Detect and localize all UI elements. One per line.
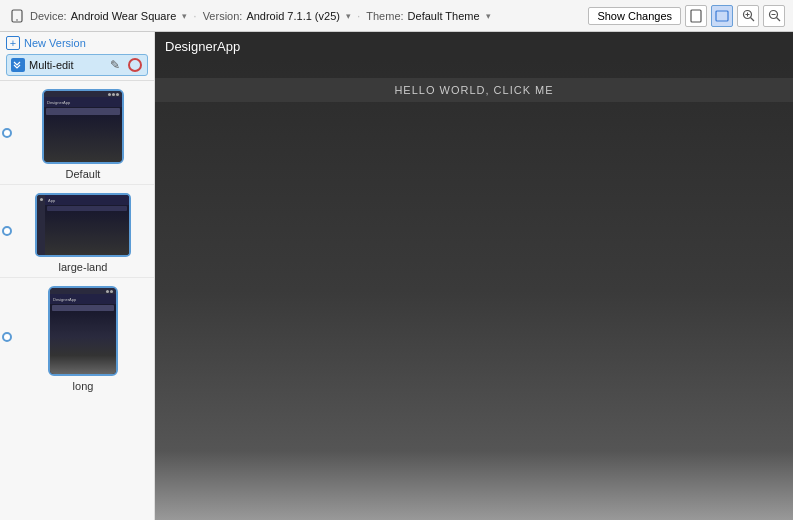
config-item-long[interactable]: DesignerApp long [0, 278, 154, 396]
theme-value[interactable]: Default Theme [408, 10, 480, 22]
sidebar: + New Version Multi-edit ✎ [0, 32, 155, 520]
device-label: Device: [30, 10, 67, 22]
canvas-body: HELLO WORLD, CLICK ME [155, 60, 793, 520]
connector-left-default [0, 126, 18, 140]
canvas-top-bar: DesignerApp [155, 32, 793, 60]
canvas-area: DesignerApp HELLO WORLD, CLICK ME [155, 32, 793, 520]
multi-edit-icon [11, 58, 25, 72]
version-value[interactable]: Android 7.1.1 (v25) [246, 10, 340, 22]
toolbar-sep-2: · [357, 9, 360, 23]
toolbar-sep-1: · [193, 9, 196, 23]
close-circle-icon[interactable] [127, 57, 143, 73]
config-name-default: Default [66, 168, 101, 180]
plus-icon: + [6, 36, 20, 50]
new-version-label: New Version [24, 37, 86, 49]
new-version-row[interactable]: + New Version [6, 36, 148, 50]
device-value[interactable]: Android Wear Square [71, 10, 177, 22]
sidebar-header: + New Version Multi-edit ✎ [0, 32, 154, 81]
config-item-default[interactable]: DesignerApp Default [0, 81, 154, 185]
multi-edit-row[interactable]: Multi-edit ✎ [6, 54, 148, 76]
view-landscape-button[interactable] [711, 5, 733, 27]
show-changes-button[interactable]: Show Changes [588, 7, 681, 25]
device-thumb-long: DesignerApp [48, 286, 118, 376]
toolbar-right: Show Changes [588, 5, 785, 27]
theme-label: Theme: [366, 10, 403, 22]
edit-pencil-icon[interactable]: ✎ [107, 57, 123, 73]
connector-left-large-land [0, 224, 18, 238]
svg-point-1 [16, 19, 18, 21]
svg-rect-3 [716, 11, 728, 21]
connector-left-long [0, 330, 18, 344]
device-thumb-large-land: App [35, 193, 131, 257]
main-area: + New Version Multi-edit ✎ [0, 32, 793, 520]
svg-line-5 [750, 18, 754, 22]
device-thumb-default: DesignerApp [42, 89, 124, 164]
version-dropdown-arrow[interactable]: ▾ [346, 11, 351, 21]
zoom-actual-button[interactable] [763, 5, 785, 27]
view-portrait-button[interactable] [685, 5, 707, 27]
config-item-large-land[interactable]: App large-land [0, 185, 154, 278]
config-list: DesignerApp Default [0, 81, 154, 396]
device-icon [8, 7, 26, 25]
config-name-long: long [73, 380, 94, 392]
hello-bar: HELLO WORLD, CLICK ME [155, 78, 793, 102]
toolbar: Device: Android Wear Square ▾ · Version:… [0, 0, 793, 32]
device-dropdown-arrow[interactable]: ▾ [182, 11, 187, 21]
canvas-app-title: DesignerApp [165, 39, 240, 54]
theme-dropdown-arrow[interactable]: ▾ [486, 11, 491, 21]
version-label: Version: [203, 10, 243, 22]
svg-rect-2 [691, 10, 701, 22]
svg-line-9 [776, 18, 780, 22]
multi-edit-label: Multi-edit [29, 59, 103, 71]
config-name-large-land: large-land [59, 261, 108, 273]
zoom-fit-button[interactable] [737, 5, 759, 27]
hello-text: HELLO WORLD, CLICK ME [394, 84, 553, 96]
